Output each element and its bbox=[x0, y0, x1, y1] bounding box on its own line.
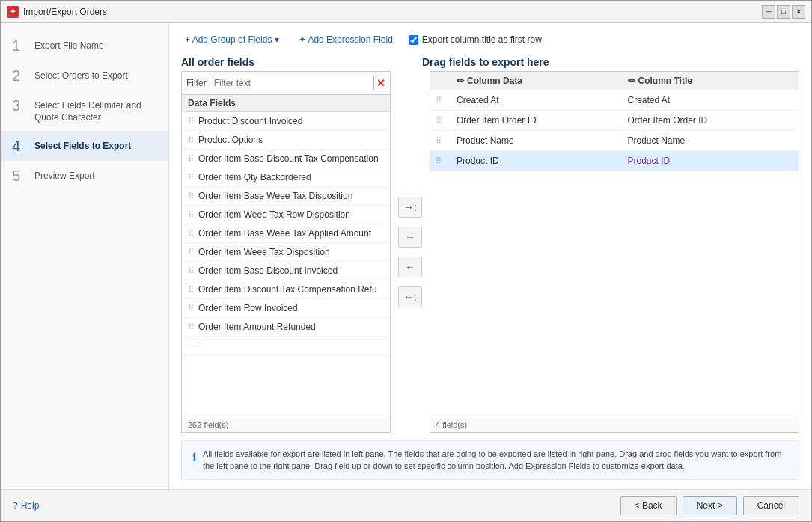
right-pane-header-container: Drag fields to export here bbox=[422, 56, 799, 68]
bottom-buttons: < Back Next > Cancel bbox=[620, 496, 799, 515]
list-item[interactable]: ⠿ Order Item Row Invoiced bbox=[182, 299, 390, 318]
pencil-icon: ✏ bbox=[457, 76, 464, 86]
export-table: ⠿ Created At Created At ⠿ Order Item Ord… bbox=[430, 90, 799, 417]
sidebar-item-2[interactable]: 2 Select Orders to Export bbox=[1, 61, 168, 90]
pencil-icon: ✏ bbox=[628, 76, 635, 86]
col-data-label: Column Data bbox=[467, 76, 522, 86]
right-pane-title: Drag fields to export here bbox=[422, 56, 549, 68]
list-item[interactable]: ⠿ Order Item Weee Tax Row Disposition bbox=[182, 206, 390, 224]
table-row[interactable]: ⠿ Product ID Product ID bbox=[430, 151, 799, 171]
move-all-right-button[interactable]: →: bbox=[398, 197, 422, 218]
drag-icon: ⠿ bbox=[188, 229, 194, 239]
next-button[interactable]: Next > bbox=[683, 496, 737, 515]
table-row[interactable]: ⠿ Product Name Product Name bbox=[430, 131, 799, 151]
main-window: ✦ Import/Export Orders ─ □ ✕ 1 Export Fi… bbox=[0, 0, 812, 522]
sidebar-label-3: Select Fields Delimiter and Quote Charac… bbox=[34, 98, 157, 123]
move-left-button[interactable]: ← bbox=[398, 257, 422, 277]
back-button[interactable]: < Back bbox=[620, 496, 677, 515]
drag-icon: ⠿ bbox=[188, 191, 194, 201]
drag-icon: ⠿ bbox=[188, 266, 194, 276]
export-field-count: 4 field(s) bbox=[430, 417, 799, 432]
sidebar-item-5[interactable]: 5 Preview Export bbox=[1, 161, 168, 191]
list-item: — bbox=[182, 337, 390, 355]
field-name: Product Options bbox=[198, 135, 263, 145]
help-label: Help bbox=[21, 500, 40, 511]
field-name: Order Item Base Discount Tax Compensatio… bbox=[198, 153, 379, 164]
arrow-buttons: →: → ← ←: bbox=[391, 71, 430, 433]
list-item[interactable]: ⠿ Order Item Amount Refunded bbox=[182, 318, 390, 337]
list-item[interactable]: ⠿ Order Item Weee Tax Disposition bbox=[182, 243, 390, 262]
cancel-button[interactable]: Cancel bbox=[743, 496, 799, 515]
filter-clear-button[interactable]: ✕ bbox=[376, 77, 385, 89]
field-name: Order Item Qty Backordered bbox=[198, 172, 311, 182]
toolbar: + Add Group of Fields ▾ ✦ Add Expression… bbox=[181, 32, 799, 47]
export-column-label: Export column title as first row bbox=[422, 34, 542, 45]
col-title-label: Column Title bbox=[638, 76, 692, 86]
field-name: Order Item Weee Tax Row Disposition bbox=[198, 209, 350, 220]
close-button[interactable]: ✕ bbox=[792, 5, 805, 19]
move-all-left-button[interactable]: ←: bbox=[398, 286, 422, 307]
row-drag-icon: ⠿ bbox=[436, 116, 451, 126]
list-item[interactable]: ⠿ Product Discount Invoiced bbox=[182, 112, 390, 131]
export-cell-data: Created At bbox=[457, 95, 622, 105]
table-row[interactable]: ⠿ Order Item Order ID Order Item Order I… bbox=[430, 111, 799, 131]
title-bar: ✦ Import/Export Orders ─ □ ✕ bbox=[1, 1, 811, 23]
app-icon: ✦ bbox=[7, 6, 19, 18]
sidebar-label-2: Select Orders to Export bbox=[34, 68, 128, 82]
sidebar-item-1[interactable]: 1 Export File Name bbox=[1, 31, 168, 61]
export-cell-title: Created At bbox=[628, 95, 793, 105]
table-row[interactable]: ⠿ Created At Created At bbox=[430, 90, 799, 111]
field-name: Order Item Amount Refunded bbox=[198, 322, 316, 332]
sidebar-label-4: Select Fields to Export bbox=[34, 138, 131, 153]
sidebar-label-1: Export File Name bbox=[34, 38, 104, 52]
list-item[interactable]: ⠿ Order Item Base Weee Tax Applied Amoun… bbox=[182, 224, 390, 243]
minimize-button[interactable]: ─ bbox=[762, 5, 775, 19]
list-item[interactable]: ⠿ Order Item Discount Tax Compensation R… bbox=[182, 280, 390, 299]
drag-icon: ⠿ bbox=[188, 322, 194, 332]
right-pane: ✏ Column Data ✏ Column Title ⠿ Created A… bbox=[430, 71, 799, 433]
export-column-checkbox[interactable] bbox=[409, 35, 418, 45]
right-panel: + Add Group of Fields ▾ ✦ Add Expression… bbox=[169, 23, 811, 489]
row-drag-icon: ⠿ bbox=[436, 96, 451, 105]
sidebar-num-4: 4 bbox=[12, 138, 27, 153]
sidebar-num-5: 5 bbox=[12, 168, 27, 183]
list-item[interactable]: ⠿ Product Options bbox=[182, 131, 390, 150]
field-name: Order Item Base Weee Tax Applied Amount bbox=[198, 228, 371, 239]
filter-input[interactable] bbox=[210, 76, 374, 90]
drag-icon: ⠿ bbox=[188, 135, 194, 145]
export-cell-title: Order Item Order ID bbox=[628, 115, 793, 126]
export-cell-title: Product ID bbox=[628, 156, 793, 166]
sidebar-item-4[interactable]: 4 Select Fields to Export bbox=[1, 131, 168, 161]
info-text: All fields available for export are list… bbox=[203, 449, 788, 472]
list-item[interactable]: ⠿ Order Item Qty Backordered bbox=[182, 168, 390, 187]
field-name: Order Item Weee Tax Disposition bbox=[198, 247, 330, 257]
pane-headers-row: All order fields Drag fields to export h… bbox=[181, 56, 799, 68]
row-drag-icon: ⠿ bbox=[436, 156, 451, 166]
maximize-button[interactable]: □ bbox=[777, 5, 790, 19]
sidebar-label-5: Preview Export bbox=[34, 168, 95, 182]
col-title-header: ✏ Column Title bbox=[628, 76, 793, 86]
drag-icon: ⠿ bbox=[188, 210, 194, 220]
add-group-button[interactable]: + Add Group of Fields ▾ bbox=[181, 32, 283, 47]
info-bar: ℹ All fields available for export are li… bbox=[181, 440, 799, 480]
field-list: ⠿ Product Discount Invoiced ⠿ Product Op… bbox=[182, 112, 390, 417]
sidebar-num-2: 2 bbox=[12, 68, 27, 83]
export-cell-data: Product Name bbox=[457, 135, 622, 146]
export-column-checkbox-label[interactable]: Export column title as first row bbox=[409, 34, 542, 45]
add-expression-button[interactable]: ✦ Add Expression Field bbox=[295, 32, 397, 47]
left-pane: Filter ✕ Data Fields ⠿ Product Discount … bbox=[181, 71, 391, 433]
sidebar: 1 Export File Name 2 Select Orders to Ex… bbox=[1, 23, 169, 489]
sidebar-item-3[interactable]: 3 Select Fields Delimiter and Quote Char… bbox=[1, 90, 168, 131]
move-right-button[interactable]: → bbox=[398, 227, 422, 248]
export-cell-data: Product ID bbox=[457, 156, 622, 166]
left-pane-title: All order fields bbox=[181, 56, 254, 68]
filter-label: Filter bbox=[186, 78, 207, 88]
help-link[interactable]: ? Help bbox=[13, 500, 39, 511]
list-item[interactable]: ⠿ Order Item Base Discount Invoiced bbox=[182, 262, 390, 280]
list-item[interactable]: ⠿ Order Item Base Weee Tax Disposition bbox=[182, 187, 390, 206]
left-pane-header-container: All order fields bbox=[181, 56, 391, 68]
sidebar-num-3: 3 bbox=[12, 98, 27, 113]
export-cell-data: Order Item Order ID bbox=[457, 115, 622, 126]
list-item[interactable]: ⠿ Order Item Base Discount Tax Compensat… bbox=[182, 150, 390, 168]
drag-icon: ⠿ bbox=[188, 285, 194, 295]
